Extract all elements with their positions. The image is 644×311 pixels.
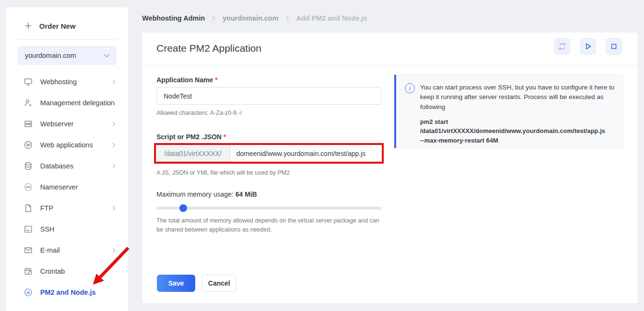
memory-slider-thumb[interactable]	[179, 204, 187, 212]
sidebar-item-webserver[interactable]: Webserver	[6, 113, 128, 134]
sidebar-item-email[interactable]: E-mail	[6, 240, 128, 261]
chevron-right-icon	[285, 15, 289, 22]
required-mark: *	[223, 133, 226, 141]
chevron-right-icon	[112, 79, 116, 85]
cancel-button[interactable]: Cancel	[202, 275, 236, 292]
order-new-button[interactable]: Order New	[24, 22, 76, 30]
chevron-down-icon	[103, 54, 110, 58]
sidebar-item-label: E-mail	[40, 246, 104, 254]
page-title: Create PM2 Application	[156, 43, 261, 54]
required-mark: *	[215, 76, 217, 84]
breadcrumb: Webhosting Admin yourdomain.com Add PM2 …	[142, 14, 367, 22]
domain-selector[interactable]: yourdomain.com	[17, 46, 117, 65]
process-toolbar	[554, 38, 622, 55]
svg-text:SSH: SSH	[26, 229, 30, 232]
create-pm2-card: Create PM2 Application	[142, 33, 638, 303]
script-label: Script or PM2 .JSON *	[156, 133, 226, 141]
memory-usage-value: 64 MiB	[235, 190, 257, 198]
envelope-icon	[24, 246, 33, 255]
script-helper: A JS, JSON or YML file which will be use…	[156, 168, 290, 178]
sidebar-item-label: Nameserver	[40, 183, 116, 191]
refresh-button[interactable]	[554, 38, 570, 55]
sidebar-item-crontab[interactable]: Crontab	[6, 261, 128, 282]
order-new-label: Order New	[39, 22, 76, 30]
sidebar-item-nameserver[interactable]: DNS Nameserver	[6, 177, 128, 198]
sidebar-item-databases[interactable]: Databases	[6, 156, 128, 177]
app-window: Order New yourdomain.com Webhosting	[0, 0, 644, 311]
sidebar-item-label: SSH	[40, 225, 116, 233]
chevron-right-icon	[112, 142, 116, 148]
dns-icon: DNS	[24, 183, 33, 191]
play-icon	[583, 42, 593, 51]
database-icon	[24, 162, 33, 170]
sidebar-item-label: Web applications	[40, 141, 104, 149]
divider	[17, 39, 117, 40]
breadcrumb-item-root[interactable]: Webhosting Admin	[142, 14, 205, 22]
script-path-input[interactable]	[230, 145, 382, 162]
application-name-input[interactable]	[156, 87, 381, 105]
annotation-highlight-box: /data01/virtXXXXX/	[154, 143, 384, 164]
sidebar-item-label: Management delegation	[40, 99, 116, 107]
file-icon	[24, 204, 33, 212]
wordpress-icon: W	[24, 141, 33, 149]
slider-track	[156, 207, 381, 210]
refresh-icon	[557, 42, 567, 51]
sidebar-item-label: FTP	[40, 204, 104, 212]
svg-text:DNS: DNS	[26, 186, 31, 189]
plus-icon	[24, 22, 33, 30]
sidebar-item-label: Databases	[40, 162, 104, 170]
sidebar-item-ftp[interactable]: FTP	[6, 198, 128, 219]
stop-process-button[interactable]	[606, 38, 622, 55]
memory-helper: The total amount of memory allowed depen…	[156, 216, 384, 235]
svg-text:@: @	[26, 290, 30, 295]
sidebar-item-label: Crontab	[40, 267, 116, 275]
nodejs-icon: @	[24, 288, 33, 297]
info-icon: i	[405, 83, 415, 93]
chevron-right-icon	[112, 205, 116, 211]
calendar-clock-icon	[24, 267, 33, 276]
server-icon	[24, 120, 33, 128]
info-text: You can start process over SSH, but you …	[420, 83, 618, 112]
sidebar-item-label: PM2 and Node.js	[40, 289, 116, 296]
chevron-right-icon	[211, 15, 216, 22]
info-box: i You can start process over SSH, but yo…	[394, 75, 623, 148]
chevron-right-icon	[112, 163, 116, 169]
breadcrumb-item-current: Add PM2 and Node.js	[296, 14, 367, 22]
card-header: Create PM2 Application	[142, 33, 638, 66]
sidebar-item-label: Webserver	[40, 120, 104, 128]
breadcrumb-item-domain[interactable]: yourdomain.com	[222, 14, 278, 22]
sidebar-item-web-applications[interactable]: W Web applications	[6, 134, 128, 156]
memory-slider[interactable]	[156, 204, 381, 212]
sidebar-item-label: Webhosting	[40, 78, 104, 86]
sidebar-item-ssh[interactable]: >_ SSH SSH	[6, 219, 128, 240]
terminal-ssh-icon: >_ SSH	[24, 225, 33, 233]
svg-text:>_: >_	[26, 227, 29, 229]
pm2-command: pm2 start /data01/virtXXXXX/domeenid/www…	[420, 117, 618, 145]
sidebar-nav: Webhosting Management delegation	[6, 71, 128, 303]
application-name-label: Application Name *	[156, 76, 218, 84]
form-actions: Save Cancel	[157, 275, 236, 292]
domain-selector-value: yourdomain.com	[25, 52, 103, 59]
sidebar-item-webhosting[interactable]: Webhosting	[6, 71, 128, 92]
save-button[interactable]: Save	[157, 275, 195, 292]
start-process-button[interactable]	[580, 38, 596, 55]
svg-text:W: W	[26, 143, 31, 147]
application-name-helper: Allowed characters: A-Za-z0-9.-/	[156, 109, 242, 118]
monitor-icon	[24, 78, 33, 86]
stop-icon	[609, 42, 619, 51]
sidebar: Order New yourdomain.com Webhosting	[6, 7, 128, 311]
chevron-right-icon	[112, 121, 116, 127]
user-plus-icon	[24, 99, 33, 107]
script-path-prefix: /data01/virtXXXXX/	[156, 145, 230, 162]
sidebar-item-pm2-nodejs[interactable]: @ PM2 and Node.js	[6, 282, 128, 303]
sidebar-item-management-delegation[interactable]: Management delegation	[6, 92, 128, 113]
chevron-right-icon	[112, 247, 116, 253]
memory-usage-label: Maximum memory usage: 64 MiB	[156, 190, 257, 198]
